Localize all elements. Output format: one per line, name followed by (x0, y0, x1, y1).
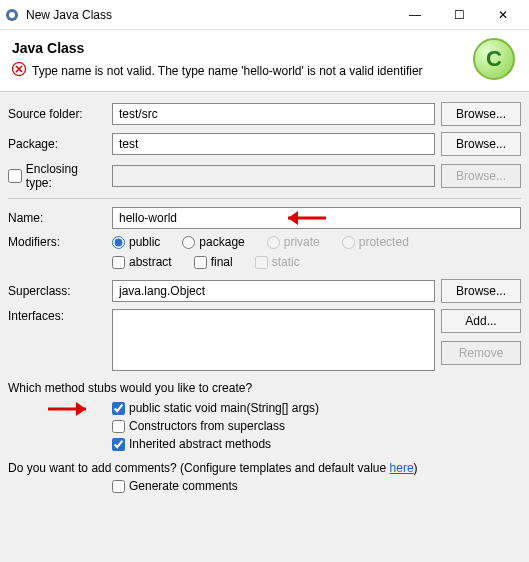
radio-package[interactable] (182, 236, 195, 249)
checkbox-generate-comments-label: Generate comments (129, 479, 238, 493)
radio-public[interactable] (112, 236, 125, 249)
interfaces-list[interactable] (112, 309, 435, 371)
radio-public-label: public (129, 235, 160, 249)
enclosing-type-input (112, 165, 435, 187)
browse-source-button[interactable]: Browse... (441, 102, 521, 126)
label-interfaces: Interfaces: (8, 309, 106, 323)
enclosing-type-label: Enclosing type: (26, 162, 106, 190)
error-icon (12, 62, 26, 79)
label-modifiers: Modifiers: (8, 235, 106, 249)
error-text: Type name is not valid. The type name 'h… (32, 64, 423, 78)
source-folder-input[interactable] (112, 103, 435, 125)
checkbox-constructors[interactable] (112, 420, 125, 433)
remove-interface-button: Remove (441, 341, 521, 365)
page-title: Java Class (12, 40, 517, 56)
radio-private-label: private (284, 235, 320, 249)
add-interface-button[interactable]: Add... (441, 309, 521, 333)
checkbox-main[interactable] (112, 402, 125, 415)
browse-superclass-button[interactable]: Browse... (441, 279, 521, 303)
radio-protected-label: protected (359, 235, 409, 249)
checkbox-abstract[interactable] (112, 256, 125, 269)
checkbox-final-label: final (211, 255, 233, 269)
maximize-button[interactable]: ☐ (437, 0, 481, 30)
configure-link[interactable]: here (390, 461, 414, 475)
checkbox-constructors-label: Constructors from superclass (129, 419, 285, 433)
checkbox-main-label: public static void main(String[] args) (129, 401, 319, 415)
browse-package-button[interactable]: Browse... (441, 132, 521, 156)
svg-point-1 (9, 12, 15, 18)
separator (8, 198, 521, 199)
checkbox-inherited-label: Inherited abstract methods (129, 437, 271, 451)
checkbox-final[interactable] (194, 256, 207, 269)
label-name: Name: (8, 211, 106, 225)
label-enclosing-type: Enclosing type: (8, 162, 106, 190)
close-button[interactable]: ✕ (481, 0, 525, 30)
label-superclass: Superclass: (8, 284, 106, 298)
label-source-folder: Source folder: (8, 107, 106, 121)
class-icon: C (473, 38, 515, 80)
package-input[interactable] (112, 133, 435, 155)
titlebar: New Java Class — ☐ ✕ (0, 0, 529, 30)
label-package: Package: (8, 137, 106, 151)
radio-private (267, 236, 280, 249)
label-comments: Do you want to add comments? (Configure … (8, 461, 521, 475)
name-input[interactable] (112, 207, 521, 229)
error-row: Type name is not valid. The type name 'h… (12, 62, 517, 79)
enclosing-type-checkbox[interactable] (8, 169, 22, 183)
browse-enclosing-button: Browse... (441, 164, 521, 188)
superclass-input[interactable] (112, 280, 435, 302)
checkbox-static-label: static (272, 255, 300, 269)
label-method-stubs: Which method stubs would you like to cre… (8, 381, 521, 395)
window-title: New Java Class (26, 8, 393, 22)
red-arrow-icon (46, 397, 106, 421)
visibility-group: public package private protected (112, 235, 521, 249)
radio-package-label: package (199, 235, 244, 249)
dialog-body: Source folder: Browse... Package: Browse… (0, 92, 529, 503)
modifier-flags-group: abstract final static (112, 255, 521, 269)
checkbox-generate-comments[interactable] (112, 480, 125, 493)
dialog-header: Java Class Type name is not valid. The t… (0, 30, 529, 92)
minimize-button[interactable]: — (393, 0, 437, 30)
checkbox-inherited[interactable] (112, 438, 125, 451)
eclipse-icon (4, 7, 20, 23)
checkbox-abstract-label: abstract (129, 255, 172, 269)
checkbox-static (255, 256, 268, 269)
radio-protected (342, 236, 355, 249)
